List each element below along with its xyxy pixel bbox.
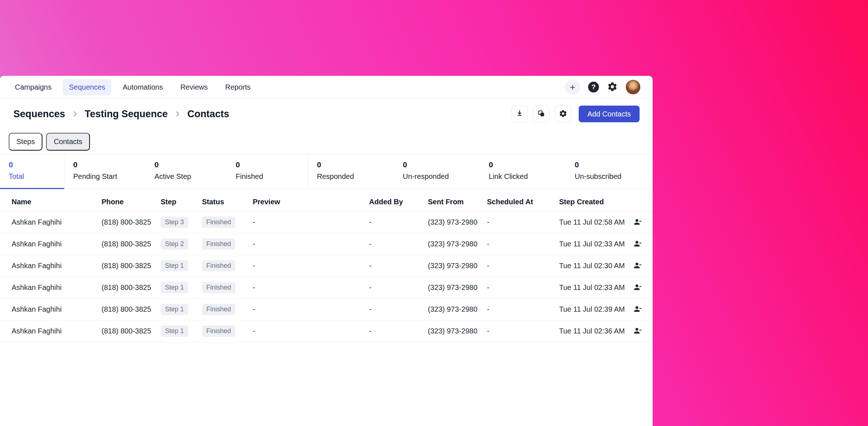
sequence-settings-button[interactable]	[555, 106, 571, 122]
table-row[interactable]: Ashkan Faghihi (818) 800-3825 Step 3 Fin…	[0, 212, 653, 233]
table-row[interactable]: Ashkan Faghihi (818) 800-3825 Step 1 Fin…	[0, 277, 653, 299]
cell-step-created: Tue 11 Jul 02:30 AM	[559, 262, 624, 270]
remove-contact-button[interactable]	[633, 327, 642, 336]
copy-icon	[537, 109, 546, 119]
settings-button[interactable]	[607, 81, 618, 93]
cell-sent-from: (323) 973-2980	[428, 327, 487, 335]
table-row[interactable]: Ashkan Faghihi (818) 800-3825 Step 1 Fin…	[0, 255, 653, 277]
cell-name: Ashkan Faghihi	[12, 283, 102, 292]
cell-preview: -	[253, 305, 369, 314]
add-contacts-button[interactable]: Add Contacts	[579, 106, 640, 122]
help-button[interactable]: ?	[588, 82, 599, 93]
stat-label: Un-responded	[403, 172, 476, 181]
cell-phone: (818) 800-3825	[102, 327, 161, 335]
stat-finished[interactable]: 0 Finished	[227, 154, 308, 188]
person-remove-icon	[633, 239, 642, 249]
cell-step-created: Tue 11 Jul 02:39 AM	[559, 305, 624, 314]
stat-value: 0	[73, 160, 142, 169]
tab-steps[interactable]: Steps	[9, 133, 42, 151]
nav-item-campaigns[interactable]: Campaigns	[9, 79, 58, 95]
breadcrumb-item[interactable]: Sequences	[13, 108, 65, 120]
contacts-table: NamePhoneStepStatusPreviewAdded BySent F…	[0, 189, 653, 342]
cell-status: Finished	[202, 282, 253, 293]
breadcrumb: Sequences Testing Sequence Contacts	[13, 108, 229, 120]
cell-preview: -	[253, 240, 369, 248]
cell-added-by: -	[369, 327, 428, 335]
stat-label: Un-subscribed	[575, 172, 648, 181]
table-row[interactable]: Ashkan Faghihi (818) 800-3825 Step 1 Fin…	[0, 320, 653, 342]
person-remove-icon	[633, 261, 642, 271]
cell-sent-from: (323) 973-2980	[428, 218, 487, 226]
column-header: Sent From	[428, 198, 487, 206]
stat-label: Active Step	[154, 172, 223, 181]
stat-active-step[interactable]: 0 Active Step	[146, 154, 227, 188]
tab-contacts[interactable]: Contacts	[46, 133, 90, 151]
cell-scheduled-at: -	[487, 305, 559, 314]
cell-name: Ashkan Faghihi	[12, 262, 102, 270]
stat-un-subscribed[interactable]: 0 Un-subscribed	[566, 154, 652, 188]
stat-total[interactable]: 0 Total	[0, 154, 65, 188]
cell-sent-from: (323) 973-2980	[428, 262, 487, 270]
nav-item-automations[interactable]: Automations	[116, 79, 169, 95]
chevron-right-icon	[71, 110, 79, 118]
cell-added-by: -	[369, 262, 428, 270]
remove-contact-button[interactable]	[633, 261, 642, 271]
stat-un-responded[interactable]: 0 Un-responded	[394, 154, 480, 188]
stat-link-clicked[interactable]: 0 Link Clicked	[480, 154, 566, 188]
cell-step-created: Tue 11 Jul 02:36 AM	[559, 327, 624, 335]
gear-icon	[607, 81, 618, 93]
cell-preview: -	[253, 262, 369, 270]
nav-item-reports[interactable]: Reports	[219, 79, 257, 95]
column-header: Preview	[253, 198, 369, 206]
remove-contact-button[interactable]	[633, 283, 642, 292]
add-new-button[interactable]: +	[565, 79, 580, 95]
step-badge: Step 1	[161, 282, 188, 293]
cell-status: Finished	[202, 238, 253, 250]
remove-contact-button[interactable]	[633, 239, 642, 249]
stat-label: Total	[9, 172, 61, 181]
breadcrumb-item[interactable]: Testing Sequence	[85, 108, 168, 120]
column-header: Added By	[369, 198, 428, 206]
copy-button[interactable]	[533, 106, 550, 122]
stat-responded[interactable]: 0 Responded	[308, 154, 394, 188]
step-badge: Step 1	[161, 260, 188, 271]
stat-value: 0	[489, 160, 562, 169]
status-badge: Finished	[202, 282, 235, 293]
cell-sent-from: (323) 973-2980	[428, 240, 487, 248]
column-header: Step Created	[559, 198, 624, 206]
cell-scheduled-at: -	[487, 262, 559, 270]
cell-sent-from: (323) 973-2980	[428, 283, 487, 292]
cell-name: Ashkan Faghihi	[12, 305, 102, 314]
stat-pending-start[interactable]: 0 Pending Start	[65, 154, 146, 188]
remove-contact-button[interactable]	[633, 218, 642, 227]
cell-step: Step 2	[161, 238, 202, 250]
download-icon	[515, 109, 524, 119]
cell-phone: (818) 800-3825	[102, 218, 161, 226]
status-badge: Finished	[202, 304, 235, 315]
cell-step: Step 3	[161, 217, 202, 228]
breadcrumb-item[interactable]: Contacts	[187, 108, 230, 120]
remove-contact-button[interactable]	[633, 305, 642, 314]
cell-step-created: Tue 11 Jul 02:33 AM	[559, 283, 624, 292]
table-header-row: NamePhoneStepStatusPreviewAdded BySent F…	[0, 192, 653, 212]
nav-item-sequences[interactable]: Sequences	[63, 79, 111, 95]
user-avatar[interactable]	[626, 80, 640, 94]
cell-step: Step 1	[161, 325, 202, 337]
table-row[interactable]: Ashkan Faghihi (818) 800-3825 Step 1 Fin…	[0, 299, 653, 320]
cell-step: Step 1	[161, 282, 202, 293]
cell-added-by: -	[369, 305, 428, 314]
download-button[interactable]	[511, 106, 528, 122]
cell-step: Step 1	[161, 260, 202, 271]
cell-name: Ashkan Faghihi	[12, 218, 102, 226]
table-row[interactable]: Ashkan Faghihi (818) 800-3825 Step 2 Fin…	[0, 233, 653, 255]
cell-status: Finished	[202, 304, 253, 315]
status-badge: Finished	[202, 238, 235, 250]
cell-step: Step 1	[161, 304, 202, 315]
nav-item-reviews[interactable]: Reviews	[174, 79, 214, 95]
cell-phone: (818) 800-3825	[102, 283, 161, 292]
tab-bar: StepsContacts	[0, 129, 653, 154]
question-mark-icon: ?	[591, 83, 596, 91]
chevron-right-icon	[174, 110, 182, 118]
cell-name: Ashkan Faghihi	[12, 327, 102, 335]
cell-scheduled-at: -	[487, 327, 559, 335]
